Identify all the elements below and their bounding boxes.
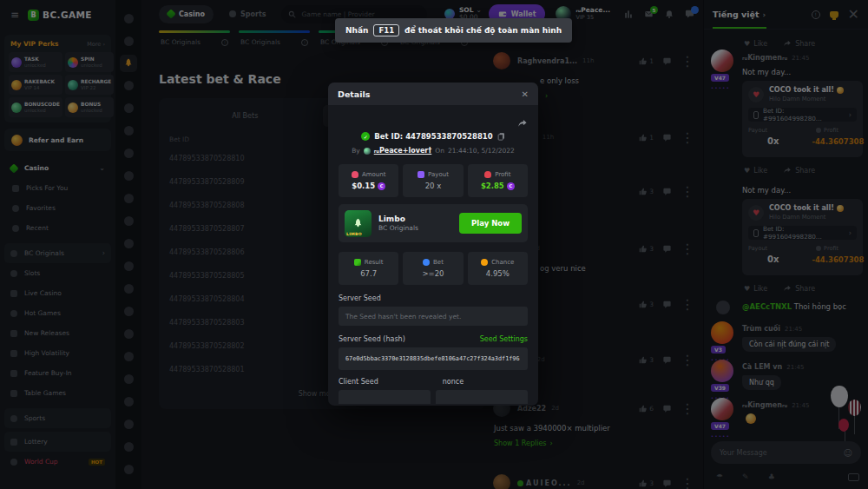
server-seed-label: Server Seed — [339, 294, 381, 302]
bc-game-app: ≡ B BC.GAME My VIP Perks More › TASKunlo… — [0, 0, 868, 489]
game-provider[interactable]: BC Originals — [378, 224, 418, 232]
game-row: LIMBO Limbo BC Originals Play Now — [339, 204, 528, 242]
player-link[interactable]: ᵣᵤPeace+lover† — [374, 147, 432, 155]
copy-icon[interactable] — [497, 132, 505, 141]
nonce-box[interactable] — [436, 390, 528, 404]
close-icon[interactable]: ✕ — [522, 89, 529, 99]
play-now-button[interactable]: Play Now — [459, 213, 522, 234]
verified-check-icon: ✓ — [361, 132, 370, 141]
amount-stat: Amount $0.15C — [339, 164, 398, 197]
coin-icon: C — [378, 182, 385, 190]
result-stat: Result 67.7 — [339, 252, 398, 285]
coin-icon: C — [507, 182, 515, 190]
client-seed-box[interactable] — [339, 390, 431, 404]
amount-icon — [352, 171, 358, 178]
share-icon[interactable] — [517, 119, 528, 129]
nonce-label: nonce — [443, 378, 464, 386]
client-seed-label: Client Seed — [339, 378, 378, 386]
bet-datetime: 21:44:10, 5/12/2022 — [448, 147, 515, 155]
fullscreen-toast: Nhấn F11 để thoát khỏi chế độ toàn màn h… — [335, 18, 572, 43]
server-seed-hash-box[interactable]: 67e0d5bbac3370e3128835dbefe8106a47c27f32… — [339, 347, 528, 370]
modal-bet-id: Bet ID: 44789533870528810 — [374, 132, 492, 141]
chance-stat: Chance 4.95% — [468, 252, 528, 285]
limbo-thumbnail[interactable]: LIMBO — [345, 210, 372, 237]
avatar — [364, 148, 371, 155]
game-name: Limbo — [378, 215, 418, 225]
seed-settings-link[interactable]: Seed Settings — [480, 335, 528, 343]
bet-stat: Bet >=20 — [403, 252, 463, 285]
profit-stat: Profit $2.85C — [468, 164, 528, 197]
modal-title: Details — [338, 89, 370, 99]
rocket-icon — [352, 218, 364, 229]
server-seed-hash-label: Server Seed (hash) — [339, 335, 405, 343]
f11-key: F11 — [373, 24, 399, 36]
payout-stat: Payout 20 x — [403, 164, 463, 197]
bet-chip-icon — [423, 259, 430, 266]
server-seed-box: The Seed hasn't been revealed yet. — [339, 307, 528, 326]
result-chart-icon — [354, 259, 361, 266]
bet-details-modal: Details ✕ ✓ Bet ID: 44789533870528810 By… — [328, 83, 538, 406]
profit-icon — [484, 171, 491, 178]
chance-icon — [481, 259, 488, 266]
payout-icon — [418, 171, 424, 178]
